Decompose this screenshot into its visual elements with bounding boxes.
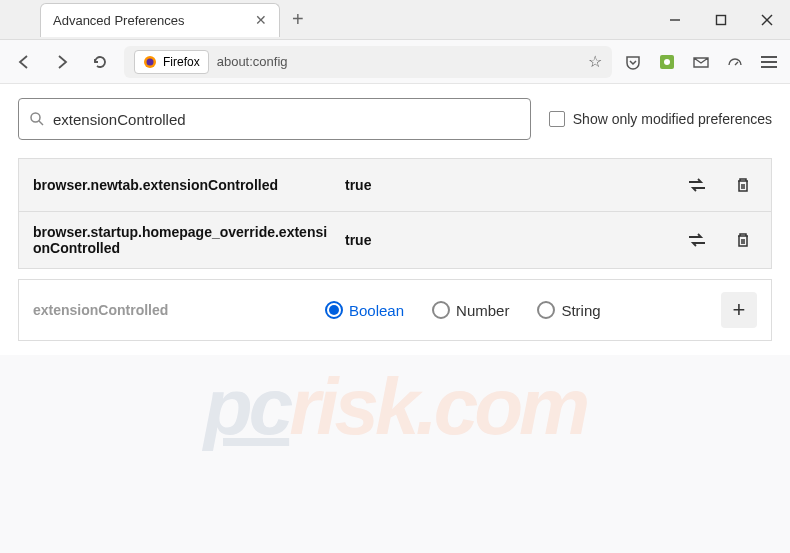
preference-name: browser.startup.homepage_override.extens… bbox=[33, 224, 333, 256]
new-preference-row: extensionControlled Boolean Number Strin… bbox=[18, 279, 772, 341]
show-modified-checkbox-wrap[interactable]: Show only modified preferences bbox=[549, 111, 772, 127]
delete-button[interactable] bbox=[729, 171, 757, 199]
search-box[interactable] bbox=[18, 98, 531, 140]
toolbar-icons bbox=[622, 51, 780, 73]
toggle-button[interactable] bbox=[683, 171, 711, 199]
search-row: Show only modified preferences bbox=[18, 98, 772, 140]
add-preference-button[interactable]: + bbox=[721, 292, 757, 328]
type-radio-group: Boolean Number String bbox=[325, 301, 709, 319]
watermark: pcrisk.com bbox=[204, 361, 586, 453]
pocket-icon[interactable] bbox=[622, 51, 644, 73]
preference-actions bbox=[683, 226, 757, 254]
address-bar[interactable]: Firefox about:config ☆ bbox=[124, 46, 612, 78]
close-window-button[interactable] bbox=[744, 0, 790, 40]
nav-bar: Firefox about:config ☆ bbox=[0, 40, 790, 84]
search-icon bbox=[29, 111, 45, 127]
preference-value: true bbox=[345, 177, 671, 193]
toggle-button[interactable] bbox=[683, 226, 711, 254]
close-tab-icon[interactable]: ✕ bbox=[255, 12, 267, 28]
radio-boolean[interactable]: Boolean bbox=[325, 301, 404, 319]
minimize-button[interactable] bbox=[652, 0, 698, 40]
radio-label: Boolean bbox=[349, 302, 404, 319]
browser-tab[interactable]: Advanced Preferences ✕ bbox=[40, 3, 280, 37]
svg-line-9 bbox=[39, 121, 43, 125]
content-area: Show only modified preferences browser.n… bbox=[0, 84, 790, 355]
delete-button[interactable] bbox=[729, 226, 757, 254]
radio-string[interactable]: String bbox=[537, 301, 600, 319]
svg-rect-1 bbox=[717, 15, 726, 24]
radio-icon bbox=[537, 301, 555, 319]
preference-row: browser.newtab.extensionControlled true bbox=[19, 159, 771, 212]
preference-list: browser.newtab.extensionControlled true … bbox=[18, 158, 772, 269]
menu-button[interactable] bbox=[758, 51, 780, 73]
url-text: about:config bbox=[217, 54, 288, 69]
forward-button[interactable] bbox=[48, 48, 76, 76]
speed-icon[interactable] bbox=[724, 51, 746, 73]
radio-label: String bbox=[561, 302, 600, 319]
back-button[interactable] bbox=[10, 48, 38, 76]
radio-icon bbox=[325, 301, 343, 319]
search-input[interactable] bbox=[53, 111, 520, 128]
new-tab-button[interactable]: + bbox=[292, 8, 304, 31]
firefox-chip-label: Firefox bbox=[163, 55, 200, 69]
mail-icon[interactable] bbox=[690, 51, 712, 73]
new-preference-name: extensionControlled bbox=[33, 302, 313, 318]
window-controls bbox=[652, 0, 790, 40]
svg-point-5 bbox=[147, 58, 154, 65]
firefox-logo-icon bbox=[143, 55, 157, 69]
maximize-button[interactable] bbox=[698, 0, 744, 40]
preference-row: browser.startup.homepage_override.extens… bbox=[19, 212, 771, 268]
preference-name: browser.newtab.extensionControlled bbox=[33, 177, 333, 193]
checkbox-icon[interactable] bbox=[549, 111, 565, 127]
radio-number[interactable]: Number bbox=[432, 301, 509, 319]
bookmark-star-icon[interactable]: ☆ bbox=[588, 52, 602, 71]
firefox-identity-chip[interactable]: Firefox bbox=[134, 50, 209, 74]
preference-value: true bbox=[345, 232, 671, 248]
radio-label: Number bbox=[456, 302, 509, 319]
reload-button[interactable] bbox=[86, 48, 114, 76]
extension-icon[interactable] bbox=[656, 51, 678, 73]
svg-point-8 bbox=[31, 113, 40, 122]
title-bar: Advanced Preferences ✕ + bbox=[0, 0, 790, 40]
preference-actions bbox=[683, 171, 757, 199]
svg-point-7 bbox=[664, 59, 670, 65]
show-modified-label: Show only modified preferences bbox=[573, 111, 772, 127]
tab-title: Advanced Preferences bbox=[53, 13, 185, 28]
radio-icon bbox=[432, 301, 450, 319]
